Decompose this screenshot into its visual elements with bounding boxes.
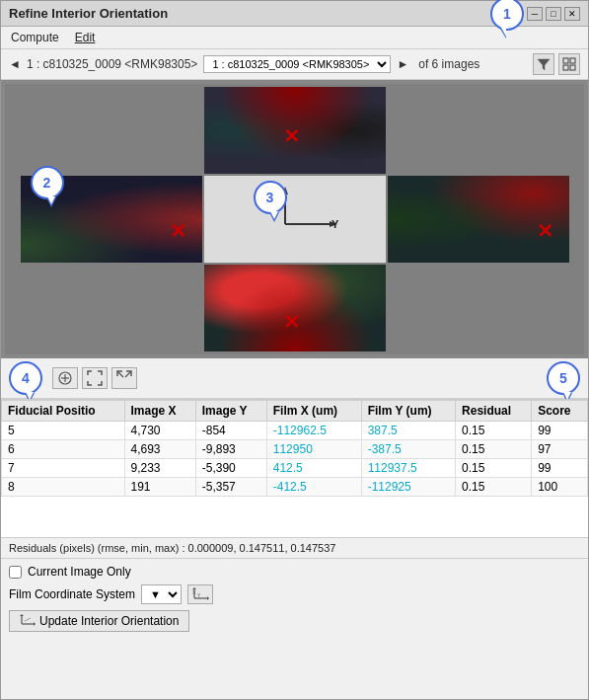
cell-film-x-0: -112962.5: [266, 422, 361, 440]
col-image-y: Image Y: [195, 401, 266, 422]
residuals-text: Residuals (pixels) (rmse, min, max) : 0.…: [9, 542, 335, 554]
main-window: Refine Interior Orientation 1 ─ □ ✕ Comp…: [0, 0, 589, 700]
svg-rect-4: [570, 65, 575, 70]
table-row[interactable]: 6 4,693 -9,893 112950 -387.5 0.15 97: [2, 440, 588, 459]
col-film-x: Film X (um): [266, 401, 361, 422]
fiducial-mark-bottom: ✕: [283, 310, 300, 334]
title-bar: Refine Interior Orientation 1 ─ □ ✕: [1, 1, 588, 27]
update-btn-label: Update Interior Orientation: [39, 614, 179, 628]
bottom-controls: Current Image Only Film Coordinate Syste…: [1, 558, 588, 638]
cell-score-2: 99: [532, 459, 588, 478]
fiducial-mark-top: ✕: [283, 124, 300, 148]
window-title: Refine Interior Orientation: [9, 6, 168, 21]
checkbox-row: Current Image Only: [9, 565, 580, 579]
col-image-x: Image X: [124, 401, 195, 422]
nav-image-label: 1 : c810325_0009 <RMK98305>: [27, 57, 197, 71]
svg-line-26: [25, 618, 31, 621]
update-orientation-button[interactable]: Update Interior Orientation: [9, 610, 189, 632]
cell-film-x-1: 112950: [266, 440, 361, 459]
menu-compute[interactable]: Compute: [9, 30, 61, 45]
svg-line-15: [125, 371, 131, 377]
film-coord-label: Film Coordinate System: [9, 587, 135, 601]
maximize-button[interactable]: □: [546, 7, 561, 21]
current-image-only-checkbox[interactable]: [9, 566, 22, 579]
table-row[interactable]: 8 191 -5,357 -412.5 -112925 0.15 100: [2, 478, 588, 497]
close-button[interactable]: ✕: [564, 7, 580, 21]
cell-fiducial-3: 8: [2, 478, 125, 497]
cell-image-y-1: -9,893: [195, 440, 266, 459]
svg-marker-19: [207, 596, 209, 600]
tool-fit-button[interactable]: [82, 367, 108, 389]
nav-next-button[interactable]: ►: [397, 57, 408, 71]
cell-fiducial-2: 7: [2, 459, 125, 478]
cell-fiducial-1: 6: [2, 440, 125, 459]
svg-rect-1: [563, 58, 568, 63]
image-left-wrapper: ✕ 2: [21, 176, 202, 263]
callout-4: 4: [9, 361, 42, 395]
cell-residual-0: 0.15: [456, 422, 532, 440]
tool-add-button[interactable]: [52, 367, 78, 389]
image-center: 3 Y X: [204, 176, 386, 263]
callout-3-container: 3: [254, 181, 287, 214]
svg-rect-3: [563, 65, 568, 70]
svg-text:Y: Y: [197, 592, 201, 598]
callout-2: 2: [31, 166, 64, 199]
nav-filter-icon[interactable]: [533, 53, 554, 75]
callout-4-container: 4: [9, 361, 48, 395]
title-controls: 1 ─ □ ✕: [490, 0, 580, 31]
col-fiducial: Fiducial Positio: [2, 401, 125, 422]
svg-marker-0: [538, 59, 550, 70]
axis-icon-button[interactable]: Y X: [187, 584, 213, 604]
table-row[interactable]: 5 4,730 -854 -112962.5 387.5 0.15 99: [2, 422, 588, 440]
cell-image-y-0: -854: [195, 422, 266, 440]
callout-2-container: 2: [31, 166, 64, 199]
minimize-button[interactable]: ─: [527, 7, 543, 21]
cell-image-x-1: 4,693: [124, 440, 195, 459]
cell-film-y-1: -387.5: [361, 440, 455, 459]
cell-film-x-3: -412.5: [266, 478, 361, 497]
cell-film-y-2: 112937.5: [361, 459, 455, 478]
cell-score-0: 99: [532, 422, 588, 440]
cell-residual-3: 0.15: [456, 478, 532, 497]
cell-image-y-3: -5,357: [195, 478, 266, 497]
table-header-row: Fiducial Positio Image X Image Y Film X …: [2, 401, 588, 422]
image-grid: ✕ ✕ 2: [5, 84, 584, 354]
data-table-container: Fiducial Positio Image X Image Y Film X …: [1, 399, 588, 537]
nav-right-icons: [533, 53, 580, 75]
current-image-only-label[interactable]: Current Image Only: [28, 565, 131, 579]
cell-image-x-3: 191: [124, 478, 195, 497]
svg-marker-25: [34, 622, 36, 626]
table-row[interactable]: 7 9,233 -5,390 412.5 112937.5 0.15 99: [2, 459, 588, 478]
cell-fiducial-0: 5: [2, 422, 125, 440]
image-row-middle: ✕ 2 3: [21, 176, 569, 263]
film-coord-dropdown[interactable]: ▼: [141, 584, 182, 604]
callout-3: 3: [254, 181, 287, 214]
image-bottom: ✕: [204, 265, 386, 351]
tool-expand-button[interactable]: [111, 367, 137, 389]
image-area: ✕ ✕ 2: [1, 80, 588, 358]
fiducial-table: Fiducial Positio Image X Image Y Film X …: [1, 400, 588, 497]
table-wrapper: Fiducial Positio Image X Image Y Film X …: [1, 400, 588, 497]
update-icon: [20, 614, 36, 628]
callout-5: 5: [547, 361, 580, 395]
cell-residual-1: 0.15: [456, 440, 532, 459]
menu-edit[interactable]: Edit: [73, 30, 98, 45]
fiducial-mark-right: ✕: [537, 219, 553, 243]
col-score: Score: [532, 401, 588, 422]
svg-rect-2: [570, 58, 575, 63]
col-residual: Residual: [456, 401, 532, 422]
svg-text:Y: Y: [331, 218, 339, 230]
cell-film-y-3: -112925: [361, 478, 455, 497]
nav-image-dropdown[interactable]: 1 : c810325_0009 <RMK98305>: [203, 55, 391, 73]
svg-marker-23: [20, 614, 24, 616]
nav-prev-button[interactable]: ◄: [9, 57, 21, 71]
callout-5-container: 5: [547, 361, 580, 395]
film-coord-row: Film Coordinate System ▼ Y X: [9, 584, 580, 604]
col-film-y: Film Y (um): [361, 401, 455, 422]
image-row-top: ✕: [204, 87, 386, 174]
image-right: ✕: [388, 176, 569, 263]
nav-grid-icon[interactable]: [558, 53, 580, 75]
cell-residual-2: 0.15: [456, 459, 532, 478]
image-top: ✕: [204, 87, 386, 174]
callout-1: 1: [490, 0, 524, 31]
